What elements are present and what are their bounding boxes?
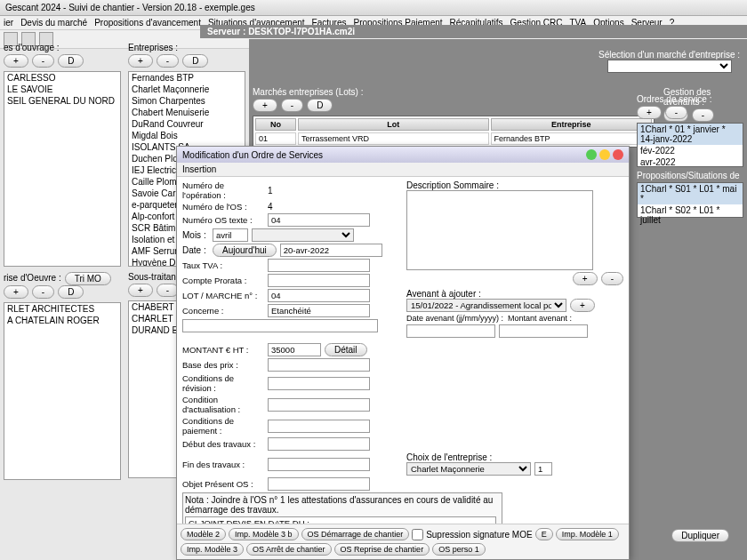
list-item[interactable]: 1Charl * 01 * janvier * 14-janv-2022 — [638, 124, 743, 145]
list-item[interactable]: DuRand Couvreur — [129, 118, 245, 130]
lot-input[interactable] — [268, 289, 370, 302]
modal-title-text: Modification d'un Ordre de Services — [182, 150, 323, 160]
list-item[interactable]: fév-2022 — [638, 145, 743, 156]
date-input[interactable] — [280, 244, 382, 257]
montant-avenant-input[interactable] — [499, 324, 588, 338]
imp-modele1-button[interactable]: Imp. Modèle 1 — [556, 528, 619, 540]
remove-button[interactable]: - — [32, 285, 54, 299]
list-item[interactable]: RLET ARCHITECTES — [4, 303, 120, 315]
list-item[interactable]: Charlet Maçonnerie — [129, 84, 245, 95]
e-button[interactable]: E — [535, 528, 553, 540]
cond-pai-input[interactable] — [268, 420, 370, 433]
remove-button[interactable]: - — [601, 272, 623, 285]
os-reprise-button[interactable]: OS Reprise de chantier — [334, 543, 430, 556]
remove-button[interactable]: - — [157, 54, 179, 68]
add-button[interactable]: + — [128, 284, 153, 297]
choix-ent-select[interactable]: Charlet Maçonnerie — [406, 462, 531, 476]
avenant-label: Avenant à ajouter : — [406, 289, 623, 299]
os-demarrage-button[interactable]: OS Démarrage de chantier — [301, 528, 410, 540]
remove-button[interactable]: - — [32, 54, 54, 68]
list-item[interactable]: Fernandes BTP — [129, 72, 245, 84]
tva-input[interactable] — [268, 259, 370, 272]
ouvrage-list[interactable]: CARLESSO LE SAVOIE SEIL GENERAL DU NORD — [4, 71, 121, 267]
list-item[interactable]: Simon Charpentes — [129, 95, 245, 107]
num-os-txt-input[interactable] — [268, 213, 370, 227]
menu-item[interactable]: Devis du marché — [20, 18, 87, 28]
sel-marche-label: Sélection d'un marché d'entreprise : — [598, 50, 740, 60]
remove-button[interactable]: - — [665, 106, 687, 119]
list-item[interactable]: 1Charl * S02 * L01 * juillet — [638, 204, 743, 226]
close-icon[interactable] — [613, 149, 623, 160]
tri-mo-button[interactable]: Tri MO — [65, 272, 111, 285]
d-button[interactable]: D — [182, 54, 208, 68]
montant-input[interactable] — [268, 343, 321, 356]
today-button[interactable]: Aujourd'hui — [213, 244, 277, 257]
objet-input[interactable] — [268, 477, 370, 491]
mois-input[interactable] — [213, 228, 248, 242]
cijoint-input[interactable] — [185, 516, 496, 524]
menu-item[interactable]: ier — [4, 18, 13, 28]
detail-button[interactable]: Détail — [325, 343, 367, 356]
choix-n-input[interactable] — [534, 462, 552, 476]
avenant-select[interactable]: 15/01/2022 - Agrandissement local poubel… — [406, 299, 566, 312]
minimize-icon[interactable] — [586, 149, 597, 160]
fin-input[interactable] — [268, 458, 370, 471]
mois-select[interactable] — [252, 228, 354, 242]
prop-label: Propositions/Situations de — [637, 171, 743, 180]
list-item[interactable]: LE SAVOIE — [4, 84, 120, 95]
supression-checkbox[interactable]: Supression signature MOE — [412, 529, 533, 540]
menu-item[interactable]: Propositions d'avancement — [94, 18, 201, 28]
os-list[interactable]: 1Charl * 01 * janvier * 14-janv-2022 fév… — [637, 123, 743, 167]
prorata-input[interactable] — [268, 274, 370, 287]
desc-textarea[interactable] — [406, 190, 593, 270]
list-item[interactable]: Chabert Menuiserie — [129, 107, 245, 118]
imp-modele3-button[interactable]: Imp. Modèle 3 — [181, 543, 244, 556]
cond-act-input[interactable] — [268, 398, 370, 412]
nota-box: Nota : Joindre à l'OS n° 1 les attestati… — [182, 492, 502, 524]
concerne-input[interactable] — [268, 304, 370, 317]
list-item[interactable]: SEIL GENERAL DU NORD — [4, 95, 120, 107]
desc-label: Description Sommaire : — [406, 180, 623, 190]
list-item[interactable]: 1Charl * S01 * L01 * mai * — [638, 183, 743, 204]
server-label: Serveur : DESKTOP-I7PO1HA.cm2i — [200, 25, 747, 38]
concerne2-input[interactable] — [182, 319, 378, 332]
add-button[interactable]: + — [570, 299, 595, 312]
list-item[interactable]: avr-2022 — [638, 156, 743, 168]
window-title: Gescant 2024 - Suivi de chantier - Versi… — [0, 0, 747, 16]
modal-os: Modification d'un Ordre de Services Inse… — [176, 146, 630, 560]
dupliquer-button[interactable]: Dupliquer — [671, 529, 729, 542]
add-button[interactable]: + — [253, 99, 277, 112]
add-button[interactable]: + — [573, 272, 598, 285]
d-button[interactable]: D — [307, 99, 333, 112]
marches-table[interactable]: NoLotEntreprise 01Terrassement VRDFernan… — [253, 116, 655, 148]
list-item[interactable]: CARLESSO — [4, 72, 120, 84]
list-item[interactable]: Migdal Bois — [129, 130, 245, 141]
ouvrage-label: es d'ouvrage : — [4, 43, 121, 52]
imp-modele3b-button[interactable]: Imp. Modèle 3 b — [229, 528, 299, 540]
modal-subtitle: Insertion — [177, 163, 629, 177]
list-item[interactable]: A CHATELAIN ROGER — [4, 315, 120, 326]
base-input[interactable] — [268, 358, 370, 372]
d-button[interactable]: D — [58, 285, 84, 299]
moe-list[interactable]: RLET ARCHITECTES A CHATELAIN ROGER — [4, 302, 121, 480]
add-button[interactable]: + — [4, 285, 28, 299]
os-perso-button[interactable]: OS perso 1 — [432, 543, 486, 556]
marches-label: Marchés entreprises (Lots) : — [253, 87, 655, 97]
d-button[interactable]: D — [58, 54, 84, 68]
sel-marche-select[interactable] — [607, 60, 732, 73]
os-arret-button[interactable]: OS Arrêt de chantier — [246, 543, 332, 556]
entreprises-label: Entreprises : — [128, 43, 245, 52]
remove-button[interactable]: - — [281, 99, 303, 112]
prop-list[interactable]: 1Charl * S01 * L01 * mai * 1Charl * S02 … — [637, 182, 743, 218]
cond-rev-input[interactable] — [268, 377, 370, 390]
debut-input[interactable] — [268, 437, 370, 451]
ordres-label: Ordres de service : — [637, 94, 743, 104]
add-button[interactable]: + — [637, 106, 662, 119]
date-avenant-input[interactable] — [406, 324, 495, 338]
add-button[interactable]: + — [128, 54, 153, 68]
moe-label: rise d'Oeuvre : — [4, 273, 61, 283]
add-button[interactable]: + — [4, 54, 28, 68]
modele2-button[interactable]: Modèle 2 — [181, 528, 226, 540]
maximize-icon[interactable] — [599, 149, 610, 160]
